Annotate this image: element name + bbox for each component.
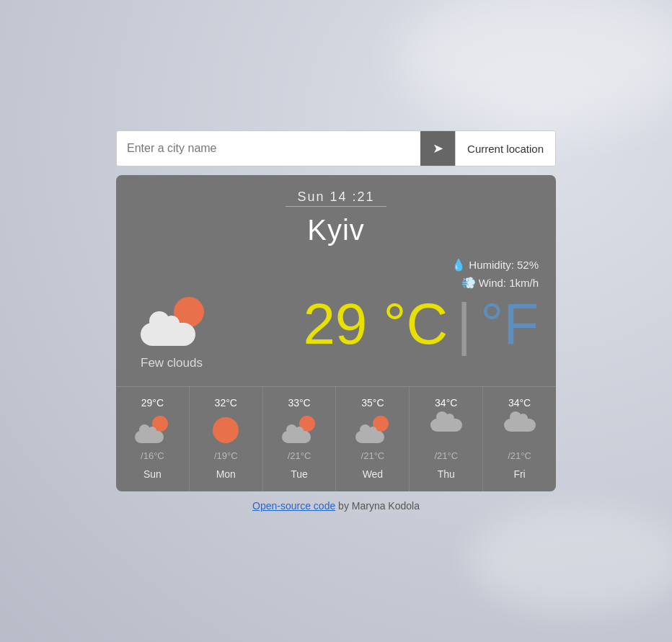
weather-description: Few clouds: [141, 356, 203, 370]
forecast-low-fri: /21°C: [508, 450, 531, 461]
cloud-sm-sun: [135, 431, 164, 443]
wind-stat: 💨 Wind: 1km/h: [461, 276, 539, 290]
forecast-day-mon: 32°C /19°C Mon: [190, 387, 263, 491]
forecast-icon-fri: [503, 416, 537, 443]
app-wrapper: ➤ Current location Sun 14 :21 Kyiv 💧 Hum…: [116, 130, 556, 512]
forecast-low-tue: /21°C: [288, 450, 311, 461]
city-name: Kyiv: [133, 214, 539, 246]
footer: Open-source code by Maryna Kodola: [252, 500, 420, 512]
forecast-icon-sun: [135, 416, 169, 443]
divider: [286, 206, 386, 207]
forecast-label-sun: Sun: [143, 468, 162, 480]
forecast-label-wed: Wed: [363, 468, 384, 480]
search-input[interactable]: [117, 131, 420, 166]
forecast-label-thu: Thu: [438, 468, 455, 480]
forecast-high-thu: 34°C: [435, 397, 457, 409]
weather-left: Few clouds: [133, 295, 205, 370]
forecast-icon-mon: [208, 416, 243, 443]
forecast-high-sun: 29°C: [141, 397, 164, 409]
forecast-high-mon: 32°C: [215, 397, 237, 409]
search-bar: ➤ Current location: [116, 130, 556, 166]
forecast-day-wed: 35°C /21°C Wed: [336, 387, 410, 491]
forecast-icon-wed: [355, 416, 390, 443]
cloud-sm-wed: [355, 431, 384, 443]
forecast-day-tue: 33°C /21°C Tue: [263, 387, 337, 491]
forecast-high-fri: 34°C: [508, 397, 531, 409]
temperature-display: 29 °C | °F: [303, 295, 539, 353]
cloud-sm-tue: [282, 431, 311, 443]
forecast-high-wed: 35°C: [361, 397, 384, 409]
wind-icon: 💨: [461, 276, 476, 290]
forecast-label-mon: Mon: [216, 468, 236, 480]
forecast-day-thu: 34°C /21°C Thu: [410, 387, 483, 491]
humidity-stat: 💧 Humidity: 52%: [451, 258, 539, 272]
forecast-row: 29°C /16°C Sun 32°C /19°C Mon 33°C: [116, 386, 556, 491]
cloud-only-thu: [430, 419, 462, 440]
source-code-link[interactable]: Open-source code: [252, 500, 335, 512]
temp-fahrenheit[interactable]: °F: [480, 295, 539, 353]
footer-suffix: by Maryna Kodola: [335, 500, 420, 512]
cloud-large: [141, 323, 195, 346]
forecast-low-thu: /21°C: [434, 450, 458, 461]
weather-main: Few clouds 29 °C | °F: [133, 295, 539, 378]
forecast-icon-tue: [282, 416, 317, 443]
forecast-day-fri: 34°C /21°C Fri: [483, 387, 556, 491]
sun-only-mon: [213, 417, 239, 443]
location-icon-button[interactable]: ➤: [420, 130, 455, 166]
current-location-button[interactable]: Current location: [455, 130, 555, 166]
temp-celsius: 29 °C: [303, 295, 448, 353]
forecast-label-tue: Tue: [291, 468, 308, 480]
forecast-high-tue: 33°C: [288, 397, 310, 409]
forecast-label-fri: Fri: [513, 468, 525, 480]
weather-card: Sun 14 :21 Kyiv 💧 Humidity: 52% 💨 Wind: …: [116, 175, 556, 491]
forecast-low-wed: /21°C: [361, 450, 385, 461]
forecast-low-sun: /16°C: [141, 450, 164, 461]
forecast-icon-thu: [429, 416, 464, 443]
humidity-icon: 💧: [451, 258, 466, 272]
date-time: Sun 14 :21: [133, 190, 539, 205]
temp-separator: |: [456, 295, 472, 353]
weather-icon-large: [141, 295, 205, 346]
cloud-only-fri: [504, 419, 536, 440]
forecast-low-mon: /19°C: [214, 450, 238, 461]
forecast-day-sun: 29°C /16°C Sun: [116, 387, 190, 491]
